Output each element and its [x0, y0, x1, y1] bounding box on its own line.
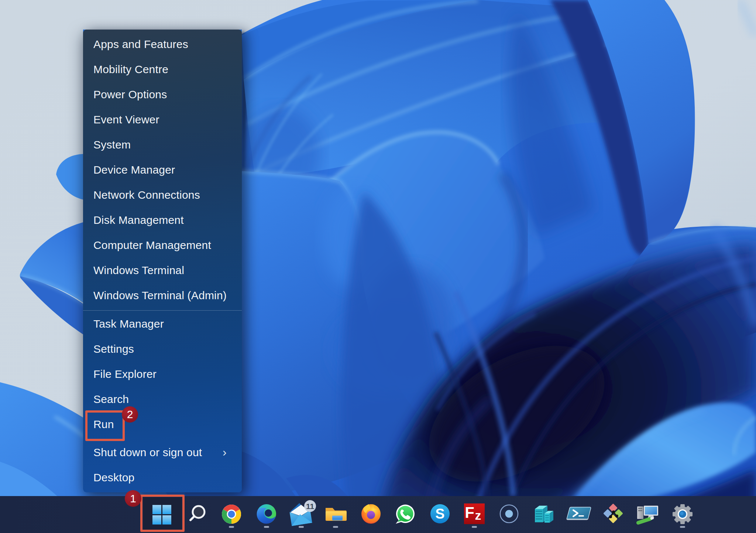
- svg-text:z: z: [475, 508, 481, 522]
- svg-text:11: 11: [306, 502, 315, 510]
- svg-text:F: F: [465, 504, 474, 521]
- svg-text:S: S: [435, 506, 444, 522]
